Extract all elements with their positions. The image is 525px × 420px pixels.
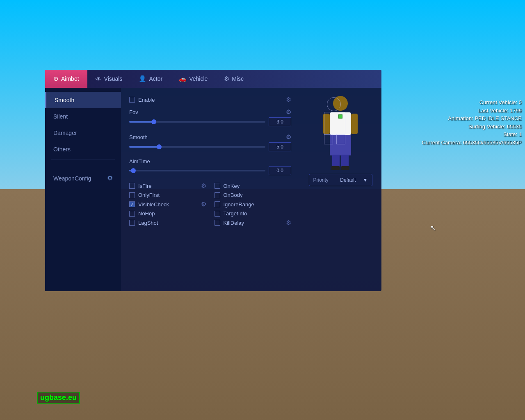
enable-label: Enable [138,97,283,103]
visuals-icon: 👁 [96,75,102,82]
priority-value: Default [340,177,359,183]
sidebar-silent-label: Silent [53,113,68,120]
tab-misc-label: Misc [232,75,244,82]
smooth-settings-icon[interactable]: ⚙ [286,133,291,141]
visiblecheck-label: VisibleCheck [138,201,198,208]
hitbox-torso [324,112,345,135]
fov-slider-value[interactable]: 3.0 [269,117,291,126]
tab-aimbot-label: Aimbot [61,75,79,82]
targetinfo-row: TargetInfo [215,210,292,217]
checkboxes-grid: IsFire ⚙ OnKey OnlyFirst OnBody [129,182,291,226]
hitbox-leg-right [336,134,345,144]
isfire-settings-icon[interactable]: ⚙ [201,182,206,189]
hitbox-leg-left [324,134,333,144]
tab-visuals-label: Visuals [104,75,123,82]
weaponconfig-label: WeaponConfig [53,175,91,182]
onkey-label: OnKey [224,183,292,189]
onlyfirst-label: OnlyFirst [138,192,206,198]
aimtime-slider-thumb[interactable] [131,168,136,173]
aimtime-label-row: AimTime [129,158,291,164]
main-content: Enable ⚙ Fov ⚙ 3.0 [121,88,299,291]
fov-slider-fill [129,121,154,123]
actor-icon: 👤 [139,75,146,82]
hud-current-vehicle: Current Vehicle: 0 [422,98,522,107]
enable-checkbox[interactable] [129,97,135,103]
killdelay-row: KillDelay ⚙ [215,219,292,226]
smooth-slider-row: 5.0 [129,142,291,151]
char-foot-left [331,166,340,170]
isfire-label: IsFire [138,183,198,189]
sidebar-damager-label: Damager [53,130,77,136]
onlyfirst-row: OnlyFirst [129,192,206,198]
smooth-slider-track[interactable] [129,146,265,148]
onbody-checkbox[interactable] [215,192,220,198]
killdelay-settings-icon[interactable]: ⚙ [286,219,291,226]
onlyfirst-checkbox[interactable] [129,192,135,198]
tab-actor-label: Actor [149,75,162,82]
fov-slider-track[interactable] [129,121,265,123]
hud-last-vehicle: Last Vehicle: 1799 [422,107,522,115]
fov-slider-thumb[interactable] [151,119,156,124]
char-leg-left [332,155,340,167]
priority-dropdown[interactable]: Priority Default ▼ [309,174,372,186]
fov-slider-row: 3.0 [129,117,291,126]
priority-separator [333,176,335,184]
hud-state: State: 1 [422,130,522,139]
nohop-checkbox[interactable] [129,211,135,217]
tab-bar: ⊕ Aimbot 👁 Visuals 👤 Actor 🚗 Vehicle ⚙ M… [45,70,381,88]
smooth-slider-fill [129,146,159,148]
sidebar-divider [51,160,115,160]
enable-settings-icon[interactable]: ⚙ [286,96,291,103]
hitbox-head [327,97,341,111]
tab-vehicle-label: Vehicle [189,75,208,82]
tab-actor[interactable]: 👤 Actor [130,70,171,88]
ignorerange-checkbox[interactable] [215,201,220,207]
smooth-slider-value[interactable]: 5.0 [269,142,291,151]
weaponconfig-gear-icon[interactable]: ⚙ [107,174,113,182]
sidebar-others-label: Others [53,146,71,153]
ignorerange-label: IgnoreRange [224,201,292,208]
targetinfo-checkbox[interactable] [215,211,220,217]
priority-label: Priority [313,177,329,183]
sidebar-item-others[interactable]: Others [45,141,121,158]
fov-label-row: Fov ⚙ [129,108,291,116]
ignorerange-row: IgnoreRange [215,201,292,208]
sidebar-smooth-label: Smooth [55,97,74,103]
tab-aimbot[interactable]: ⊕ Aimbot [45,70,87,88]
sidebar-item-silent[interactable]: Silent [45,108,121,125]
character-preview [312,94,369,168]
sidebar-section-weaponconfig[interactable]: WeaponConfig ⚙ [45,170,121,186]
smooth-label: Smooth [129,134,148,140]
hud-current-camera: Current Camera: 65535O/65535V/65535P [422,139,522,147]
visiblecheck-checkbox[interactable] [129,201,135,207]
aimtime-slider-track[interactable] [129,170,265,171]
lagshot-label: LagShot [138,220,206,226]
hud-info-panel: Current Vehicle: 0 Last Vehicle: 1799 An… [422,98,522,146]
tab-visuals[interactable]: 👁 Visuals [87,70,131,88]
aimtime-slider-value[interactable]: 0.0 [269,166,291,175]
vehicle-icon: 🚗 [179,75,187,82]
lagshot-row: LagShot [129,219,206,226]
char-arm-right [351,114,358,134]
visiblecheck-row: VisibleCheck ⚙ [129,201,206,208]
tab-misc[interactable]: ⚙ Misc [216,70,252,88]
smooth-slider-thumb[interactable] [157,144,162,149]
fov-label: Fov [129,109,138,115]
isfire-checkbox[interactable] [129,183,135,189]
nohop-label: NoHop [138,210,206,217]
onbody-row: OnBody [215,192,292,198]
aimbot-icon: ⊕ [53,75,59,82]
targetinfo-label: TargetInfo [224,210,292,217]
sidebar-item-damager[interactable]: Damager [45,125,121,141]
char-leg-right [341,155,349,167]
sidebar-item-smooth[interactable]: Smooth [45,92,121,108]
misc-icon: ⚙ [224,75,229,82]
fov-slider-section: Fov ⚙ 3.0 [129,108,291,126]
fov-settings-icon[interactable]: ⚙ [286,108,291,116]
hud-surfing-vehicle: Surfing Vehicle: 65535 [422,123,522,131]
visiblecheck-settings-icon[interactable]: ⚙ [201,201,206,208]
killdelay-checkbox[interactable] [215,220,220,226]
tab-vehicle[interactable]: 🚗 Vehicle [171,70,216,88]
onkey-checkbox[interactable] [215,183,220,189]
lagshot-checkbox[interactable] [129,220,135,226]
